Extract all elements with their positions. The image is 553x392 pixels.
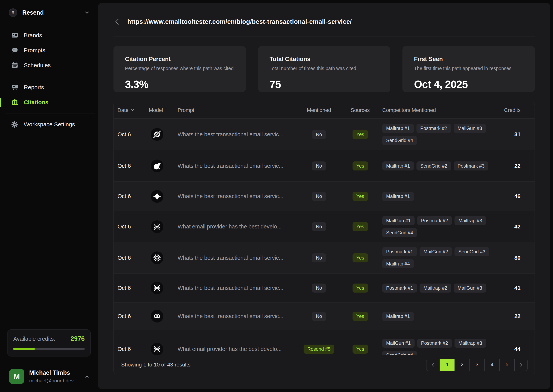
meta-model-icon xyxy=(151,310,163,322)
mentioned-badge: No xyxy=(312,284,326,293)
pagination-page-5[interactable]: 5 xyxy=(499,359,514,371)
gemini-model-icon xyxy=(151,190,163,203)
sidebar-item-brands[interactable]: Brands xyxy=(0,28,98,43)
credits-progress-track xyxy=(13,348,85,350)
column-header-date[interactable]: Date xyxy=(118,107,149,113)
stats-cards: Citation PercentPercentage of responses … xyxy=(113,46,535,92)
sidebar-item-workspace-settings[interactable]: Workspace Settings xyxy=(0,117,98,132)
sidebar-item-schedules[interactable]: Schedules xyxy=(0,58,98,73)
cell-date: Oct 6 xyxy=(118,224,149,230)
stat-title: First Seen xyxy=(414,56,523,63)
stat-description: Percentage of responses where this path … xyxy=(125,66,234,71)
stat-value: 3.3% xyxy=(125,78,234,91)
mentioned-badge: No xyxy=(312,130,326,139)
user-email: michael@bourd.dev xyxy=(29,378,79,384)
sidebar-item-prompts[interactable]: Prompts xyxy=(0,43,98,58)
sort-chevron-down-icon xyxy=(130,108,135,112)
mentioned-badge: No xyxy=(312,253,326,262)
sidebar-item-label: Reports xyxy=(24,84,44,91)
competitor-badge: SendGrid #3 xyxy=(455,247,489,256)
competitor-badge: Mailtrap #3 xyxy=(455,216,486,225)
cell-competitors: Mailtrap #1SendGrid #2Postmark #3 xyxy=(382,161,497,170)
table-header-row: Date Model Prompt Mentioned Sources Comp… xyxy=(114,102,535,119)
stat-card-first-seen: First SeenThe first time this path appea… xyxy=(402,46,535,92)
pagination-page-2[interactable]: 2 xyxy=(455,359,469,371)
sources-badge: Yes xyxy=(353,192,368,201)
cell-prompt: Whats the best transactional email servi… xyxy=(178,131,300,138)
claude-model-icon xyxy=(151,252,163,264)
stat-value: 75 xyxy=(270,78,379,91)
column-header-sources: Sources xyxy=(338,107,382,113)
table-row[interactable]: Oct 6Whats the best transactional email … xyxy=(114,273,535,302)
competitor-badge: Postmark #3 xyxy=(454,161,488,170)
competitor-badge: Postmark #2 xyxy=(416,124,451,133)
cell-date: Oct 6 xyxy=(118,193,149,199)
competitor-badge: Mailtrap #2 xyxy=(420,284,451,293)
user-name: Michael Timbs xyxy=(29,369,79,376)
sidebar-item-reports[interactable]: Reports xyxy=(0,80,98,95)
sources-badge: Yes xyxy=(353,345,368,354)
sidebar: R Resend BrandsPromptsSchedules ReportsC… xyxy=(0,0,98,392)
cell-prompt: What email provider has the best develo.… xyxy=(178,224,300,230)
table-footer: Showing 1 to 10 of 43 results 12345 xyxy=(114,355,535,374)
table-row[interactable]: Oct 6What email provider has the best de… xyxy=(114,211,535,242)
pagination-next-button[interactable] xyxy=(514,359,527,371)
perplexity-model-icon xyxy=(151,343,163,355)
table-row[interactable]: Oct 6Whats the best transactional email … xyxy=(114,302,535,330)
table-row[interactable]: Oct 6Whats the best transactional email … xyxy=(114,182,535,211)
cell-prompt: What email provider has the best develo.… xyxy=(178,346,300,352)
credits-value: 2976 xyxy=(71,335,85,342)
table-row[interactable]: Oct 6What email provider has the best de… xyxy=(114,330,535,355)
stat-description: The first time this path appeared in res… xyxy=(414,66,523,71)
competitor-badge: Postmark #2 xyxy=(417,339,452,348)
competitor-badge: Postmark #2 xyxy=(417,216,452,225)
column-header-prompt: Prompt xyxy=(178,107,300,113)
stat-card-total-citations: Total CitationsTotal number of times thi… xyxy=(258,46,390,92)
stat-title: Total Citations xyxy=(270,56,379,63)
competitor-badge: Mailtrap #4 xyxy=(382,259,414,268)
cell-credits: 46 xyxy=(497,193,521,199)
cell-credits: 80 xyxy=(497,255,521,261)
back-button[interactable] xyxy=(113,18,122,26)
pagination-page-4[interactable]: 4 xyxy=(484,359,499,371)
mentioned-badge: No xyxy=(312,192,326,201)
competitor-badge: SendGrid #4 xyxy=(382,136,417,145)
pagination-page-1[interactable]: 1 xyxy=(440,359,455,371)
credits-progress-fill xyxy=(13,348,35,350)
mentioned-badge: Resend #5 xyxy=(304,345,335,354)
sidebar-item-label: Prompts xyxy=(24,47,45,54)
chat-bubble-icon xyxy=(11,47,18,54)
citations-table: Date Model Prompt Mentioned Sources Comp… xyxy=(113,102,535,374)
sources-badge: Yes xyxy=(353,284,368,293)
stat-description: Total number of times this path was cite… xyxy=(270,66,379,71)
competitor-badge: MailGun #1 xyxy=(382,216,414,225)
sidebar-item-citations[interactable]: Citations xyxy=(0,95,98,110)
workspace-switcher[interactable]: R Resend xyxy=(0,0,98,24)
stat-title: Citation Percent xyxy=(125,56,234,63)
competitor-badge: MailGun #3 xyxy=(454,284,486,293)
competitor-badge: MailGun #3 xyxy=(454,124,486,133)
sidebar-nav-settings: Workspace Settings xyxy=(0,113,98,135)
gear-icon xyxy=(11,121,18,128)
pagination-prev-button[interactable] xyxy=(427,359,440,371)
competitor-badge: MailGun #1 xyxy=(382,339,414,348)
cell-competitors: Mailtrap #1 xyxy=(382,192,497,201)
pagination-page-3[interactable]: 3 xyxy=(469,359,484,371)
page-header: https://www.emailtooltester.com/en/blog/… xyxy=(113,3,535,36)
cell-date: Oct 6 xyxy=(118,346,149,352)
app-root: R Resend BrandsPromptsSchedules ReportsC… xyxy=(0,0,553,392)
table-body: Oct 6Whats the best transactional email … xyxy=(114,119,535,355)
table-row[interactable]: Oct 6Whats the best transactional email … xyxy=(114,242,535,273)
cell-credits: 42 xyxy=(497,224,521,230)
competitor-badge: SendGrid #4 xyxy=(382,228,417,237)
user-menu[interactable]: M Michael Timbs michael@bourd.dev xyxy=(0,364,98,392)
sources-badge: Yes xyxy=(353,253,368,262)
table-row[interactable]: Oct 6Whats the best transactional email … xyxy=(114,119,535,150)
cell-competitors: Postmark #1MailGun #2SendGrid #3Mailtrap… xyxy=(382,247,497,268)
workspace-name: Resend xyxy=(22,9,79,16)
deepseek-model-icon xyxy=(151,160,163,172)
competitor-badge: SendGrid #4 xyxy=(382,351,417,355)
table-row[interactable]: Oct 6Whats the best transactional email … xyxy=(114,150,535,182)
cell-competitors: MailGun #1Postmark #2Mailtrap #3SendGrid… xyxy=(382,339,497,355)
sources-badge: Yes xyxy=(353,312,368,321)
